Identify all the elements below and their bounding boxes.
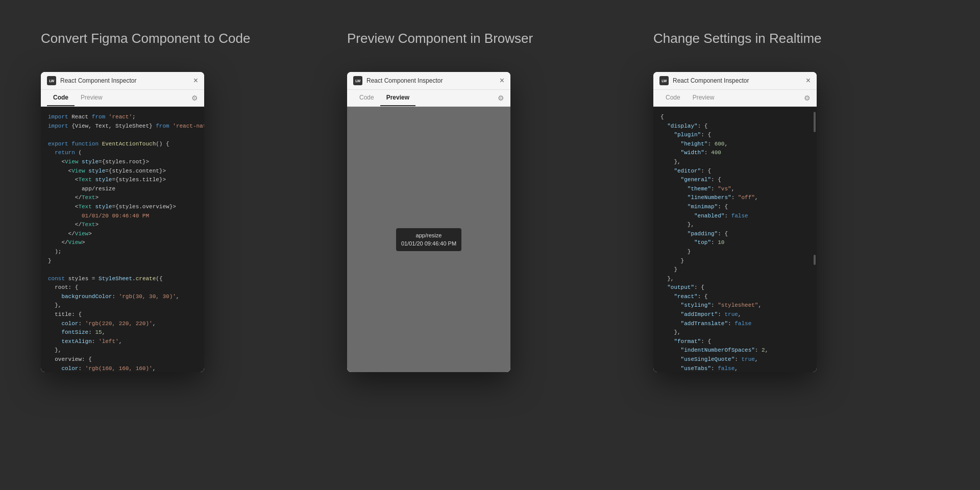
- section-title-settings: Change Settings in Realtime: [653, 31, 822, 46]
- code-line-13: </Text>: [48, 220, 197, 230]
- window-convert: LW React Component Inspector × Code Prev…: [41, 72, 204, 372]
- code-line-18: [48, 265, 197, 275]
- close-button-preview[interactable]: ×: [500, 77, 504, 85]
- code-line-22: },: [48, 301, 197, 310]
- code-line-20: root: {: [48, 283, 197, 292]
- code-line-27: },: [48, 346, 197, 355]
- window-preview: LW React Component Inspector × Code Prev…: [347, 72, 510, 372]
- code-line-19: const styles = StyleSheet.create({: [48, 275, 197, 284]
- tabs-preview: Code Preview ⚙: [347, 90, 510, 107]
- code-line-14: </View>: [48, 230, 197, 239]
- code-line-12: 01/01/20 09:46:40 PM: [48, 212, 197, 221]
- code-line-23: title: {: [48, 310, 197, 320]
- window-settings: LW React Component Inspector × Code Prev…: [653, 72, 817, 372]
- titlebar-settings: LW React Component Inspector ×: [653, 72, 817, 90]
- code-line-11: <Text style={styles.overview}>: [48, 203, 197, 212]
- code-line-7: <View style={styles.content}>: [48, 167, 197, 176]
- tooltip-line1: app/resize: [401, 231, 456, 240]
- code-line-6: <View style={styles.root}>: [48, 158, 197, 167]
- code-line-21: backgroundColor: 'rgb(30, 30, 30)',: [48, 292, 197, 302]
- titlebar-preview: LW React Component Inspector ×: [347, 72, 510, 90]
- scrollbar-mid[interactable]: [814, 255, 816, 265]
- code-line-3: [48, 131, 197, 140]
- code-line-8: <Text style={styles.title}>: [48, 176, 197, 185]
- code-line-5: return (: [48, 149, 197, 158]
- app-title-settings: React Component Inspector: [673, 77, 802, 84]
- preview-canvas: app/resize 01/01/20 09:46:40 PM: [347, 107, 510, 372]
- titlebar-convert: LW React Component Inspector ×: [41, 72, 204, 90]
- code-editor-convert: import React from 'react'; import {View,…: [41, 107, 204, 372]
- code-line-15: </View>: [48, 238, 197, 248]
- code-line-2: import {View, Text, StyleSheet} from 're…: [48, 122, 197, 131]
- close-button-convert[interactable]: ×: [193, 77, 198, 85]
- tabs-settings: Code Preview ⚙: [653, 90, 817, 107]
- app-title-convert: React Component Inspector: [60, 77, 189, 84]
- section-convert: Convert Figma Component to Code LW React…: [41, 31, 327, 372]
- settings-icon-settings[interactable]: ⚙: [804, 94, 811, 102]
- section-settings: Change Settings in Realtime LW React Com…: [653, 31, 939, 372]
- app-title-preview: React Component Inspector: [366, 77, 496, 84]
- code-line-10: </Text>: [48, 193, 197, 203]
- tab-code-convert[interactable]: Code: [47, 90, 75, 106]
- code-line-24: color: 'rgb(220, 220, 220)',: [48, 320, 197, 329]
- code-line-26: textAlign: 'left',: [48, 337, 197, 347]
- settings-editor: { "display": { "plugin": { "height": 600…: [653, 107, 817, 372]
- tabs-convert: Code Preview ⚙: [41, 90, 204, 107]
- scrollbar-top[interactable]: [814, 112, 816, 132]
- code-line-9: app/resize: [48, 185, 197, 194]
- section-title-preview: Preview Component in Browser: [347, 31, 533, 46]
- settings-icon-preview[interactable]: ⚙: [498, 94, 504, 102]
- preview-tooltip: app/resize 01/01/20 09:46:40 PM: [396, 228, 461, 251]
- tab-code-preview[interactable]: Code: [353, 90, 380, 106]
- code-line-4: export function EventActionTouch() {: [48, 140, 197, 149]
- section-title-convert: Convert Figma Component to Code: [41, 31, 250, 46]
- code-line-28: overview: {: [48, 355, 197, 364]
- tab-preview-preview[interactable]: Preview: [380, 90, 415, 106]
- code-line-29: color: 'rgb(160, 160, 160)',: [48, 364, 197, 372]
- code-line-17: }: [48, 257, 197, 266]
- settings-icon-convert[interactable]: ⚙: [191, 94, 198, 102]
- section-preview: Preview Component in Browser LW React Co…: [347, 31, 633, 372]
- tab-preview-settings[interactable]: Preview: [687, 90, 721, 106]
- app-logo-preview: LW: [353, 76, 362, 85]
- sections-container: Convert Figma Component to Code LW React…: [0, 0, 980, 372]
- code-line-16: );: [48, 248, 197, 257]
- tab-code-settings[interactable]: Code: [659, 90, 687, 106]
- code-line-1: import React from 'react';: [48, 113, 197, 122]
- tooltip-line2: 01/01/20 09:46:40 PM: [401, 239, 456, 248]
- app-logo-settings: LW: [659, 76, 669, 85]
- code-line-25: fontSize: 15,: [48, 328, 197, 337]
- tab-preview-convert[interactable]: Preview: [75, 90, 109, 106]
- app-logo-convert: LW: [47, 76, 56, 85]
- close-button-settings[interactable]: ×: [806, 77, 811, 85]
